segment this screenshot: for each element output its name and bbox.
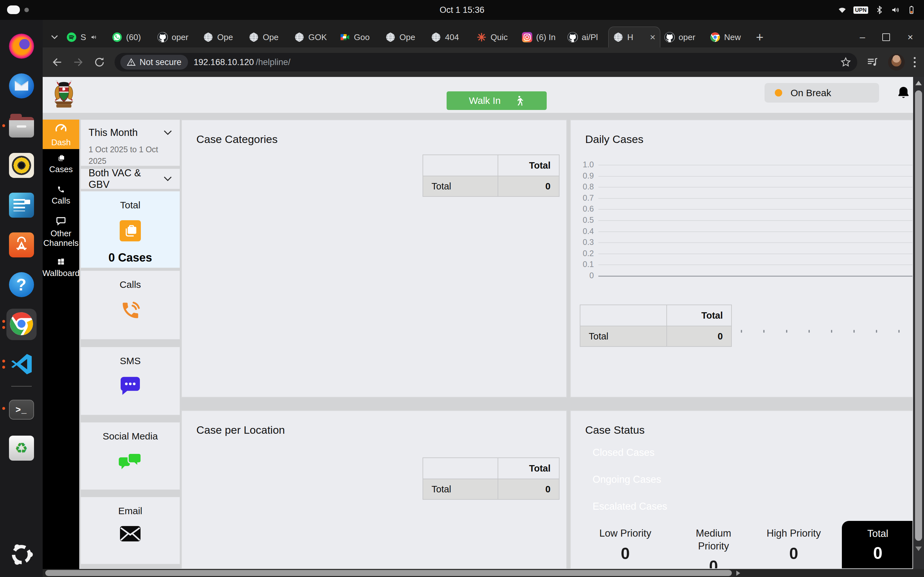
window-controls: – × [860,27,924,47]
browser-tab[interactable]: Ope [199,27,244,47]
dock-item-rhythmbox[interactable] [0,145,43,185]
table-row: Total0 [423,479,559,500]
dock-item-thunderbird[interactable] [0,66,43,106]
minimize-button[interactable]: – [860,32,865,43]
sidebar-item-wallboard[interactable]: Wallboard [43,258,79,278]
browser-tab[interactable]: ai/Pl [563,27,609,47]
daily-cases-chart: 1.00.90.80.70.60.50.40.30.20.10 [571,165,913,276]
maximize-button[interactable] [882,33,890,41]
profile-avatar[interactable] [888,54,905,71]
browser-tab[interactable]: Ope [381,27,426,47]
new-tab-button[interactable]: + [751,27,768,47]
scroll-up-arrow-icon[interactable] [915,81,922,85]
legend-ongoing-cases[interactable]: Ongoing Cases [593,474,661,485]
table-header-cell: Total [498,458,559,479]
tab-close-icon[interactable]: × [650,32,656,43]
sidebar-item-cases[interactable]: Cases [43,154,79,174]
back-button[interactable] [51,56,63,68]
browser-tab[interactable]: S [62,27,107,47]
dock-item-files[interactable] [0,106,43,145]
table-row: Total0 [580,326,732,347]
dock-item-vscode[interactable] [0,344,43,384]
browser-tab[interactable]: New [706,27,751,47]
dock-item-app-grid[interactable] [0,535,43,574]
date-range-label: 1 Oct 2025 to 1 Oct 2025 [89,143,175,167]
stat-card-email[interactable]: Email [81,497,180,564]
tab-title: GOK [309,32,327,42]
stat-card-social-media[interactable]: Social Media [81,422,180,490]
dock-item-libreoffice-writer[interactable] [0,185,43,225]
dock-item-terminal[interactable]: >_ [0,388,43,428]
vertical-scrollbar[interactable] [913,77,924,577]
media-controls-icon[interactable] [866,56,879,69]
dock-item-ubuntu-software[interactable] [0,225,43,265]
case-type-filter-panel[interactable]: Both VAC & GBV [81,169,180,189]
case-type-label[interactable]: Both VAC & GBV [89,167,164,190]
tab-title: Goo [354,32,370,42]
browser-tab[interactable]: Goo [335,27,381,47]
agent-status-button[interactable]: On Break [764,83,879,103]
browser-tab[interactable]: oper [660,27,706,47]
stat-card-calls[interactable]: Calls [81,271,180,340]
system-status-icons[interactable]: UPN [837,0,916,20]
close-window-button[interactable]: × [907,32,913,43]
browser-menu-icon[interactable] [914,57,916,67]
daily-cases-table: Total Total0 [580,305,732,347]
scroll-right-arrow-icon[interactable] [736,571,740,576]
browser-tab[interactable]: (60) [107,27,153,47]
priority-label: Low Priority [588,527,662,540]
libreoffice-writer-icon [9,193,34,218]
chevron-down-icon [164,130,172,135]
sidebar-item-calls[interactable]: Calls [43,185,79,205]
date-filter-panel[interactable]: This Month 1 Oct 2025 to 1 Oct 2025 [81,119,180,166]
sidebar-item-label: Cases [49,164,73,174]
vertical-scrollbar-thumb[interactable] [915,90,922,541]
browser-tab[interactable]: Ope [244,27,290,47]
dock: ? >_ ♻ [0,20,43,577]
browser-tab[interactable]: (6) In [517,27,563,47]
legend-escalated-cases[interactable]: Escalated Cases [593,501,667,512]
stat-card-total[interactable]: Total 0 Cases [81,191,180,268]
security-chip[interactable]: Not secure [120,55,188,69]
scroll-down-arrow-icon[interactable] [915,546,922,551]
bookmark-star-icon[interactable] [840,56,851,68]
system-clock[interactable]: Oct 1 15:36 [439,5,485,15]
firefox-icon [9,34,34,59]
table-header-cell: Total [667,305,732,326]
security-label: Not secure [140,57,182,67]
horizontal-scrollbar[interactable] [43,569,924,577]
tab-search-button[interactable] [47,27,62,47]
legend-closed-cases[interactable]: Closed Cases [593,447,654,458]
period-selector-label[interactable]: This Month [89,127,137,139]
dock-item-help[interactable]: ? [0,265,43,305]
browser-tab-active[interactable]: H × [609,27,660,47]
tab-audio-icon[interactable] [90,33,97,41]
address-bar[interactable]: Not secure 192.168.10.120/helpline/ [115,53,857,71]
table-header-cell [423,155,498,176]
tab-title: Ope [217,32,233,42]
envelope-icon [120,526,141,543]
walk-in-button[interactable]: Walk In [447,91,547,110]
status-dot-icon [775,89,782,97]
tab-title: (60) [126,32,141,42]
horizontal-scrollbar-thumb[interactable] [45,570,732,576]
browser-tab[interactable]: oper [153,27,199,47]
forward-button[interactable] [72,56,84,68]
reload-button[interactable] [94,56,105,68]
browser-tab[interactable]: 404 [426,27,472,47]
whatsapp-icon [112,32,122,42]
page-sidebar: Dash Cases Calls Other Channels Wallboar… [43,119,79,569]
dock-item-firefox[interactable] [0,26,43,66]
browser-tab[interactable]: GOK [290,27,335,47]
tab-title: Ope [263,32,278,42]
sidebar-item-other-channels[interactable]: Other Channels [43,216,79,248]
page-header: Walk In On Break [43,77,924,113]
sidebar-item-dash[interactable]: Dash [43,119,79,149]
dock-item-chrome[interactable] [0,305,43,344]
table-header-cell: Total [498,155,559,176]
stat-card-sms[interactable]: SMS [81,347,180,415]
dock-item-trash[interactable]: ♻ [0,428,43,468]
notification-bell-icon[interactable] [897,86,910,101]
tab-title: S [81,32,86,42]
browser-tab[interactable]: Quic [472,27,517,47]
